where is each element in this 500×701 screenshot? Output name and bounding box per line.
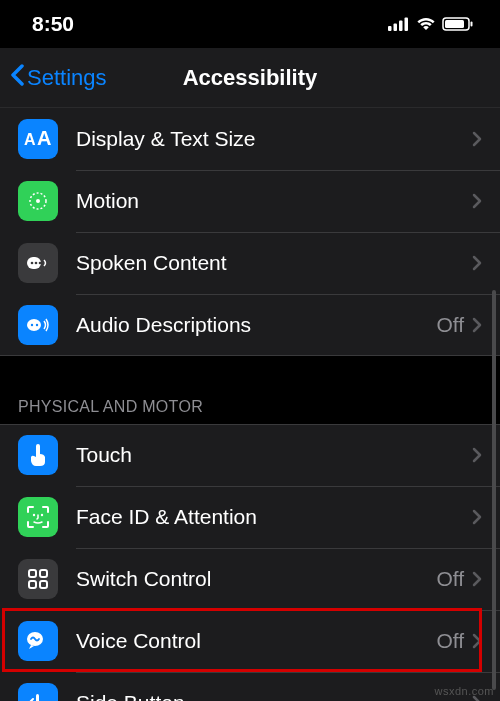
svg-text:A: A (24, 131, 36, 148)
back-button[interactable]: Settings (10, 64, 107, 92)
text-size-icon: AA (18, 119, 58, 159)
svg-point-13 (35, 262, 38, 265)
svg-point-17 (36, 324, 38, 326)
row-value: Off (436, 629, 464, 653)
back-label: Settings (27, 65, 107, 91)
motion-icon (18, 181, 58, 221)
row-label: Switch Control (76, 567, 436, 591)
chevron-left-icon (10, 64, 25, 92)
chevron-right-icon (472, 571, 482, 587)
svg-rect-21 (40, 570, 47, 577)
row-voice-control[interactable]: Voice Control Off (0, 610, 500, 672)
row-label: Display & Text Size (76, 127, 472, 151)
svg-rect-23 (40, 581, 47, 588)
audio-descriptions-icon (18, 305, 58, 345)
chevron-right-icon (472, 447, 482, 463)
svg-rect-0 (388, 26, 392, 31)
svg-rect-1 (394, 24, 398, 32)
svg-point-15 (27, 319, 41, 331)
row-display-text-size[interactable]: AA Display & Text Size (0, 108, 500, 170)
chevron-right-icon (472, 193, 482, 209)
svg-rect-25 (36, 694, 39, 701)
side-button-icon (18, 683, 58, 701)
battery-icon (442, 12, 474, 36)
svg-rect-5 (445, 20, 464, 28)
svg-rect-2 (399, 21, 403, 32)
cellular-icon (388, 12, 410, 36)
svg-rect-20 (29, 570, 36, 577)
row-face-id[interactable]: Face ID & Attention (0, 486, 500, 548)
svg-text:A: A (37, 129, 51, 149)
watermark: wsxdn.com (434, 685, 494, 697)
spoken-content-icon (18, 243, 58, 283)
row-side-button[interactable]: Side Button (0, 672, 500, 701)
row-audio-descriptions[interactable]: Audio Descriptions Off (0, 294, 500, 356)
row-label: Audio Descriptions (76, 313, 436, 337)
row-label: Voice Control (76, 629, 436, 653)
row-label: Spoken Content (76, 251, 472, 275)
svg-point-19 (41, 514, 43, 516)
section-header-physical-motor: PHYSICAL AND MOTOR (0, 398, 500, 424)
chevron-right-icon (472, 633, 482, 649)
row-label: Motion (76, 189, 472, 213)
switch-control-icon (18, 559, 58, 599)
svg-point-18 (33, 514, 35, 516)
row-switch-control[interactable]: Switch Control Off (0, 548, 500, 610)
section-gap (0, 356, 500, 398)
touch-icon (18, 435, 58, 475)
settings-list: AA Display & Text Size Motion Spoken Con… (0, 108, 500, 701)
chevron-right-icon (472, 131, 482, 147)
wifi-icon (416, 12, 436, 36)
scroll-indicator[interactable] (492, 290, 496, 690)
row-value: Off (436, 567, 464, 591)
status-bar: 8:50 (0, 0, 500, 48)
status-time: 8:50 (32, 12, 74, 36)
row-motion[interactable]: Motion (0, 170, 500, 232)
row-label: Side Button (76, 691, 472, 701)
voice-control-icon (18, 621, 58, 661)
face-id-icon (18, 497, 58, 537)
chevron-right-icon (472, 509, 482, 525)
row-spoken-content[interactable]: Spoken Content (0, 232, 500, 294)
svg-point-10 (36, 199, 40, 203)
nav-bar: Settings Accessibility (0, 48, 500, 108)
row-value: Off (436, 313, 464, 337)
svg-point-16 (31, 324, 33, 326)
svg-rect-6 (471, 22, 473, 27)
row-label: Face ID & Attention (76, 505, 472, 529)
svg-rect-3 (405, 18, 409, 32)
svg-point-14 (39, 262, 42, 265)
row-label: Touch (76, 443, 472, 467)
row-touch[interactable]: Touch (0, 424, 500, 486)
chevron-right-icon (472, 255, 482, 271)
chevron-right-icon (472, 317, 482, 333)
svg-rect-22 (29, 581, 36, 588)
svg-point-12 (31, 262, 34, 265)
status-right (388, 12, 474, 36)
